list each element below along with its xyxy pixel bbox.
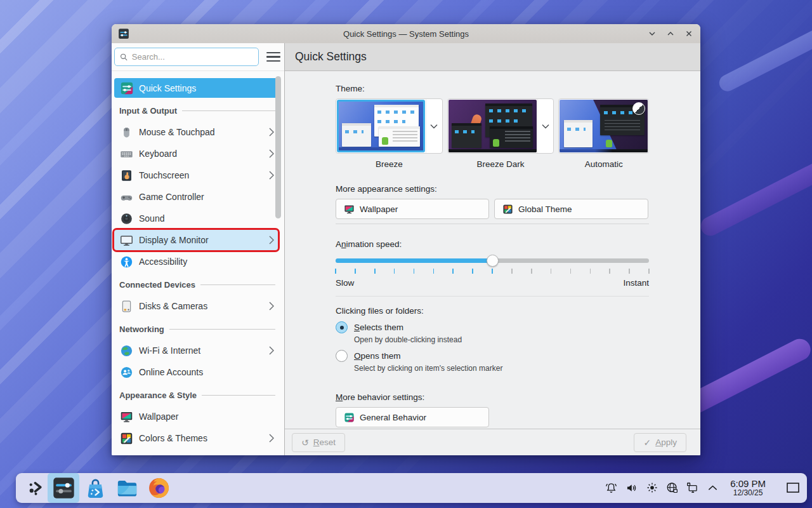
automatic-theme-preview[interactable] [560, 100, 648, 152]
sidebar: Quick Settings Input & Output Mouse & To… [112, 43, 284, 455]
mouse-icon [119, 125, 134, 140]
chevron-right-icon [269, 236, 274, 244]
sidebar-item-wifi-internet[interactable]: Wi-Fi & Internet [114, 340, 278, 361]
general-behavior-icon [344, 412, 355, 423]
minimize-button[interactable] [647, 29, 657, 39]
reset-button[interactable]: ↺ Reset [292, 433, 345, 452]
volume-icon[interactable] [625, 481, 638, 495]
sidebar-item-label: Accessibility [139, 257, 274, 267]
radio-opens-them[interactable]: Opens them [336, 350, 649, 362]
sidebar-item-sound[interactable]: Sound [114, 208, 278, 229]
sidebar-item-mouse-touchpad[interactable]: Mouse & Touchpad [114, 122, 278, 142]
sidebar-item-touchscreen[interactable]: Touchscreen [114, 165, 278, 185]
radio-label: Selects them [354, 323, 403, 332]
theme-option-breeze-dark[interactable] [447, 98, 554, 154]
firefox-icon [147, 476, 171, 500]
system-settings-window: Quick Settings — System Settings [112, 24, 700, 455]
network-display-icon[interactable] [686, 481, 699, 495]
sidebar-item-label: Sound [139, 213, 274, 224]
sidebar-item-label: Mouse & Touchpad [139, 127, 264, 137]
taskbar-firefox[interactable] [143, 473, 174, 503]
expand-tray-chevron-icon[interactable] [706, 481, 719, 495]
slider-tick [551, 269, 552, 274]
animation-speed-slider[interactable] [336, 255, 649, 267]
slider-tick [355, 269, 356, 274]
menu-hamburger-icon[interactable] [266, 52, 280, 62]
digital-clock[interactable]: 6:09 PM 12/30/25 [730, 478, 766, 498]
sidebar-item-quick-settings[interactable]: Quick Settings [114, 78, 278, 98]
sidebar-item-keyboard[interactable]: Keyboard [114, 144, 278, 164]
brightness-icon[interactable] [645, 481, 658, 495]
radio-button-selected[interactable] [336, 321, 348, 333]
page-content: Theme: [285, 71, 700, 429]
general-behavior-button[interactable]: General Behavior [336, 407, 489, 427]
radio-selects-them[interactable]: Selects them [336, 321, 649, 333]
titlebar[interactable]: Quick Settings — System Settings [112, 24, 700, 43]
search-input[interactable] [132, 52, 253, 62]
chevron-right-icon [269, 302, 274, 311]
sidebar-scrollbar[interactable] [275, 76, 281, 218]
page-title: Quick Settings [295, 50, 367, 64]
sidebar-item-game-controller[interactable]: Game Controller [114, 187, 278, 207]
sidebar-item-colors-themes[interactable]: Colors & Themes [114, 428, 278, 448]
sidebar-item-label: Wi-Fi & Internet [139, 345, 264, 356]
show-desktop-icon[interactable] [785, 481, 801, 495]
breeze-dark-variant-dropdown[interactable] [537, 99, 553, 153]
separator [336, 224, 649, 224]
appearance-settings-label: More appearance settings: [336, 184, 649, 194]
breeze-variant-dropdown[interactable] [426, 99, 442, 153]
slider-tick [335, 269, 336, 274]
apply-button[interactable]: ✓ Apply [634, 433, 686, 452]
slider-tick [590, 269, 591, 274]
online-accounts-icon [119, 365, 134, 380]
animation-speed-label: Animation speed: [336, 239, 649, 249]
global-theme-button[interactable]: Global Theme [494, 199, 648, 219]
theme-name: Breeze [336, 159, 443, 169]
system-settings-icon [52, 476, 75, 500]
wallpaper-button[interactable]: Wallpaper [336, 199, 489, 219]
locale-globe-icon[interactable] [665, 481, 679, 495]
sidebar-item-disks-cameras[interactable]: Disks & Cameras [114, 296, 278, 316]
sidebar-item-accessibility[interactable]: Accessibility [114, 251, 278, 272]
sidebar-item-label: Disks & Cameras [139, 301, 264, 311]
accessibility-icon [119, 255, 134, 269]
slider-tick [433, 269, 435, 274]
taskbar-system-settings[interactable] [48, 473, 79, 503]
breeze-theme-preview[interactable] [337, 100, 425, 152]
theme-option-breeze[interactable] [336, 98, 443, 154]
sidebar-item-display-monitor[interactable]: Display & Monitor [114, 230, 278, 250]
radio-button-unselected[interactable] [336, 350, 348, 362]
search-icon [120, 53, 128, 62]
breeze-dark-theme-preview[interactable] [449, 100, 537, 152]
display-icon [119, 233, 134, 248]
theme-picker [336, 98, 649, 154]
search-box[interactable] [114, 48, 259, 66]
chevron-right-icon [269, 434, 274, 443]
taskbar-file-manager[interactable] [111, 473, 143, 503]
theme-name: Automatic [558, 159, 649, 169]
sidebar-item-label: Online Accounts [139, 367, 274, 377]
taskbar-panel: 6:09 PM 12/30/25 [16, 473, 807, 503]
section-header-input-output: Input & Output [114, 100, 278, 121]
close-button[interactable] [684, 29, 694, 39]
sound-icon [119, 211, 134, 226]
radio-label: Opens them [354, 351, 401, 361]
sidebar-item-online-accounts[interactable]: Online Accounts [114, 362, 278, 382]
radio-description: Open by double-clicking instead [354, 335, 649, 344]
sidebar-item-label: Touchscreen [139, 170, 264, 180]
wallpaper-icon [344, 204, 355, 215]
slider-tick [414, 269, 415, 274]
sidebar-item-label: Game Controller [139, 192, 274, 202]
app-launcher-button[interactable] [22, 476, 48, 501]
theme-name: Breeze Dark [447, 159, 554, 169]
theme-option-automatic[interactable] [558, 98, 649, 154]
check-icon: ✓ [643, 438, 651, 447]
theme-labels: Breeze Breeze Dark Automatic [336, 159, 649, 169]
slider-handle[interactable] [487, 255, 499, 267]
quick-settings-icon [119, 81, 134, 95]
button-label: Apply [655, 438, 677, 447]
notifications-bell-icon[interactable] [605, 481, 618, 495]
taskbar-discover[interactable] [79, 473, 111, 503]
maximize-button[interactable] [665, 29, 676, 39]
sidebar-item-wallpaper[interactable]: Wallpaper [114, 406, 278, 427]
